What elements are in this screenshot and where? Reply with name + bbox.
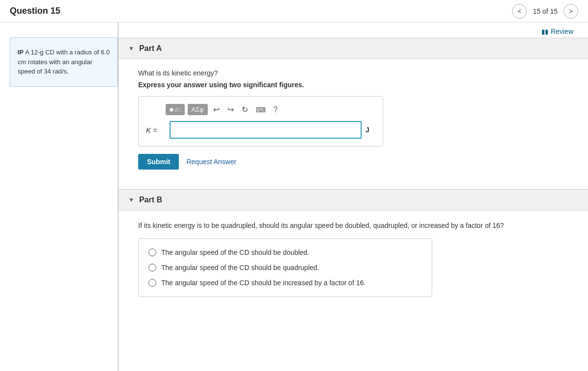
submit-button[interactable]: Submit <box>138 154 179 170</box>
part-a-question: What is its kinetic energy? <box>138 69 573 77</box>
part-b-arrow: ▼ <box>128 197 134 203</box>
unit-label: J <box>366 126 375 134</box>
prev-button[interactable]: < <box>512 4 527 19</box>
page-header: Question 15 < 15 of 15 > <box>0 0 588 23</box>
part-b-header[interactable]: ▼ Part B <box>119 190 588 211</box>
part-b-question: If its kinetic energy is to be quadruple… <box>138 221 573 231</box>
radio-options-box: The angular speed of the CD should be do… <box>138 238 432 297</box>
navigation-controls: < 15 of 15 > <box>512 4 578 19</box>
greek-symbols-button[interactable]: ΑΣφ <box>188 104 208 115</box>
part-a-instruction: Express your answer using two significan… <box>138 81 573 89</box>
sqrt-icon: √□ <box>174 107 181 113</box>
part-a-arrow: ▼ <box>128 45 134 52</box>
radio-option-2[interactable]: The angular speed of the CD should be qu… <box>148 264 422 272</box>
matrix-sqrt-button[interactable]: ■ √□ <box>166 104 185 115</box>
action-row: Submit Request Answer <box>138 154 573 170</box>
radio-label-1: The angular speed of the CD should be do… <box>161 248 309 256</box>
refresh-button[interactable]: ↻ <box>239 104 250 115</box>
radio-label-3: The angular speed of the CD should be in… <box>161 279 366 287</box>
part-b-body: If its kinetic energy is to be quadruple… <box>119 211 588 312</box>
request-answer-link[interactable]: Request Answer <box>186 158 236 166</box>
next-button[interactable]: > <box>564 4 578 19</box>
part-a-header[interactable]: ▼ Part A <box>119 38 588 59</box>
radio-option-3[interactable]: The angular speed of the CD should be in… <box>148 279 422 287</box>
main-layout: IP A 12-g CD with a radius of 6.0 cm rot… <box>0 23 588 371</box>
input-label: K = <box>146 126 166 134</box>
part-a-section: ▼ Part A What is its kinetic energy? Exp… <box>119 38 588 184</box>
keyboard-button[interactable]: ⌨ <box>253 104 268 115</box>
input-row: K = J <box>146 121 375 139</box>
review-icon: ▮▮ <box>541 28 548 35</box>
radio-circle-3[interactable] <box>148 279 156 287</box>
undo-button[interactable]: ↩ <box>211 104 222 115</box>
review-link[interactable]: ▮▮ Review <box>541 27 573 35</box>
question-title: Question 15 <box>10 6 60 16</box>
help-button[interactable]: ? <box>271 104 280 115</box>
review-bar: ▮▮ Review <box>119 23 588 38</box>
radio-circle-2[interactable] <box>148 264 156 272</box>
answer-input[interactable] <box>170 121 362 139</box>
answer-box: ■ √□ ΑΣφ ↩ ↪ ↻ ⌨ ? <box>138 96 383 147</box>
content-area: ▮▮ Review ▼ Part A What is its kinetic e… <box>119 23 588 371</box>
ip-label: IP <box>18 49 24 56</box>
problem-description: IP A 12-g CD with a radius of 6.0 cm rot… <box>10 37 118 87</box>
greek-label: ΑΣφ <box>192 106 204 113</box>
part-b-label: Part B <box>139 196 162 204</box>
part-a-body: What is its kinetic energy? Express your… <box>119 59 588 184</box>
redo-button[interactable]: ↪ <box>225 104 236 115</box>
part-a-label: Part A <box>139 44 162 53</box>
page-count: 15 of 15 <box>533 7 558 15</box>
keyboard-icon: ⌨ <box>256 106 266 114</box>
sidebar-description-text: A 12-g CD with a radius of 6.0 cm rotate… <box>18 49 110 75</box>
part-b-section: ▼ Part B If its kinetic energy is to be … <box>119 189 588 312</box>
matrix-icon: ■ <box>170 106 173 113</box>
radio-label-2: The angular speed of the CD should be qu… <box>161 264 319 272</box>
radio-circle-1[interactable] <box>148 248 156 256</box>
math-toolbar: ■ √□ ΑΣφ ↩ ↪ ↻ ⌨ ? <box>146 104 375 115</box>
radio-option-1[interactable]: The angular speed of the CD should be do… <box>148 248 422 256</box>
review-label: Review <box>551 27 573 35</box>
